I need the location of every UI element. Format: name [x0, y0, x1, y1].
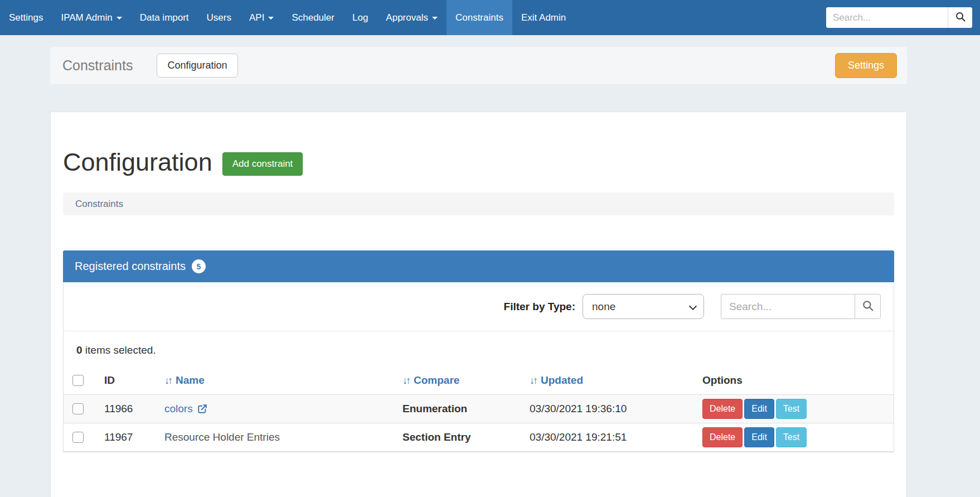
nav-item-api[interactable]: API	[240, 0, 283, 35]
header-id: ID	[104, 368, 164, 395]
table-search-input[interactable]	[721, 294, 855, 319]
nav-item-label: Exit Admin	[521, 12, 566, 23]
header-compare-sort[interactable]: ↓↑Compare	[402, 368, 530, 395]
search-icon	[955, 11, 966, 24]
header-updated-sort[interactable]: ↓↑Updated	[530, 368, 702, 395]
caret-down-icon	[268, 17, 274, 20]
configuration-heading: Configuration	[63, 148, 212, 177]
nav-item-label: Constraints	[455, 12, 503, 23]
table-header-row: ID ↓↑Name ↓↑Compare ↓↑Updated Options	[64, 368, 894, 395]
items-selected-text: 0 items selected.	[64, 331, 894, 368]
table-row: 11966 colors Enumeration 03/30/2021 19:3…	[64, 395, 894, 423]
cell-updated: 03/30/2021 19:36:10	[530, 395, 702, 423]
type-filter-select[interactable]: none	[583, 294, 704, 319]
nav-item-label: Users	[207, 12, 231, 23]
selected-label: items selected.	[83, 344, 156, 356]
row-options: Delete Edit Test	[702, 427, 894, 447]
sort-icon: ↓↑	[164, 375, 171, 386]
count-badge: 5	[192, 259, 206, 273]
top-navbar: Settings IPAM Admin Data import Users AP…	[0, 0, 980, 35]
header-name-sort[interactable]: ↓↑Name	[164, 368, 402, 395]
caret-down-icon	[432, 17, 438, 20]
cell-id: 11967	[104, 423, 164, 452]
cell-updated: 03/30/2021 19:21:51	[530, 423, 702, 452]
nav-item-exit-admin[interactable]: Exit Admin	[512, 0, 575, 35]
nav-item-label: Log	[352, 12, 368, 23]
delete-button[interactable]: Delete	[702, 399, 743, 419]
edit-button[interactable]: Edit	[744, 399, 774, 419]
edit-button[interactable]: Edit	[744, 427, 774, 447]
nav-item-label: IPAM Admin	[61, 12, 112, 23]
breadcrumb: Constraints	[63, 192, 894, 215]
sort-icon: ↓↑	[530, 375, 536, 386]
nav-items: Settings IPAM Admin Data import Users AP…	[0, 0, 575, 35]
header-updated-label: Updated	[541, 374, 583, 386]
delete-button[interactable]: Delete	[702, 427, 743, 447]
cell-compare: Enumeration	[402, 395, 530, 423]
sort-icon: ↓↑	[402, 375, 409, 386]
nav-item-settings[interactable]: Settings	[0, 0, 52, 35]
navbar-search-area	[826, 0, 980, 35]
constraint-name: colors	[164, 403, 193, 415]
main-content-card: Configuration Add constraint Constraints…	[50, 112, 907, 497]
selected-count: 0	[76, 344, 83, 356]
filter-by-type-label: Filter by Type:	[504, 301, 575, 313]
header-compare-label: Compare	[414, 374, 459, 386]
panel-body: Filter by Type: none 0	[63, 282, 894, 452]
external-link-icon	[197, 404, 207, 414]
test-button[interactable]: Test	[776, 427, 807, 447]
header-name-label: Name	[176, 374, 205, 386]
configuration-tab-button[interactable]: Configuration	[157, 54, 237, 78]
nav-item-approvals[interactable]: Approvals	[377, 0, 447, 35]
table-search-button[interactable]	[855, 294, 881, 319]
nav-item-label: Approvals	[386, 12, 428, 23]
select-all-checkbox[interactable]	[72, 375, 84, 386]
constraint-name-link[interactable]: colors	[164, 403, 207, 415]
constraint-name: Resource Holder Entries	[164, 431, 280, 443]
table-search-group	[721, 294, 881, 319]
add-constraint-button[interactable]: Add constraint	[222, 152, 303, 176]
row-checkbox[interactable]	[72, 403, 84, 414]
cell-id: 11966	[104, 395, 164, 423]
row-checkbox[interactable]	[72, 432, 84, 443]
nav-item-scheduler[interactable]: Scheduler	[283, 0, 343, 35]
table-row: 11967 Resource Holder Entries Section En…	[64, 423, 894, 452]
nav-item-constraints[interactable]: Constraints	[447, 0, 512, 35]
breadcrumb-constraints-link[interactable]: Constraints	[75, 199, 123, 210]
filter-row: Filter by Type: none	[64, 282, 894, 331]
nav-item-data-import[interactable]: Data import	[131, 0, 198, 35]
panel-title: Registered constraints	[75, 260, 186, 273]
cell-compare: Section Entry	[402, 423, 530, 452]
constraints-table: ID ↓↑Name ↓↑Compare ↓↑Updated Options 11…	[64, 368, 894, 452]
nav-item-label: Scheduler	[292, 12, 334, 23]
configuration-header: Configuration Add constraint	[63, 148, 894, 177]
registered-constraints-panel: Registered constraints 5 Filter by Type:…	[63, 250, 894, 452]
row-options: Delete Edit Test	[702, 399, 894, 419]
header-options: Options	[702, 368, 894, 395]
nav-item-label: Data import	[140, 12, 189, 23]
page-title: Constraints	[62, 57, 133, 74]
nav-item-log[interactable]: Log	[343, 0, 377, 35]
type-select-wrap: none	[575, 294, 704, 319]
header-select-all	[64, 368, 104, 395]
test-button[interactable]: Test	[776, 399, 807, 419]
nav-item-ipam-admin[interactable]: IPAM Admin	[52, 0, 130, 35]
navbar-search-button[interactable]	[948, 7, 972, 28]
nav-item-label: Settings	[9, 12, 43, 23]
settings-button[interactable]: Settings	[835, 53, 897, 78]
page-subheader: Constraints Configuration Settings	[50, 47, 907, 84]
search-icon	[862, 300, 874, 313]
panel-heading: Registered constraints 5	[63, 250, 894, 282]
nav-item-label: API	[249, 12, 264, 23]
navbar-search-input[interactable]	[826, 7, 948, 28]
nav-item-users[interactable]: Users	[198, 0, 240, 35]
caret-down-icon	[117, 17, 122, 20]
